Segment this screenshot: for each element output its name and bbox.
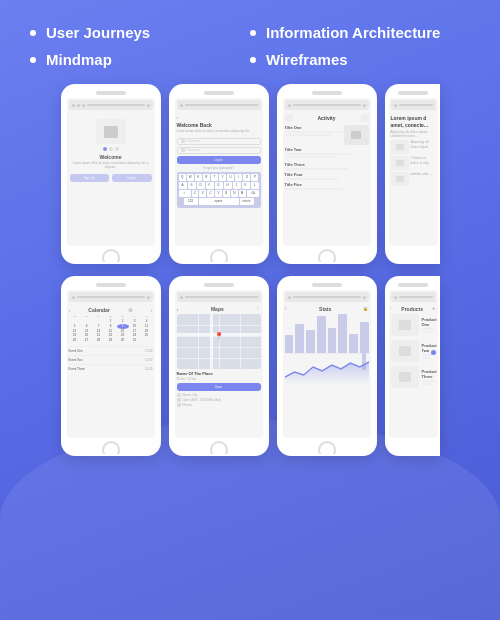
phone-notch [398,91,428,95]
line-chart [285,357,369,385]
photos-icon [177,403,181,407]
phone-stats: ≡ Stats 🔒 [277,276,377,456]
product-info: Product Three [422,369,437,385]
login-subtitle: Lorem ipsum dolor sit amet, consectetur … [177,130,261,134]
map-content: ‹ Maps ⋮ [175,304,263,410]
keyboard-row-1: QWERTYUIOP [179,174,259,181]
partial-content: Lorem ipsum damet, conecte... Adipiscing… [389,112,438,191]
back-button[interactable]: ‹ [177,306,179,312]
map-info-2: Open (8:00 - 20:00 Mon-Sat) [177,398,261,402]
back-button[interactable]: ‹ [391,306,392,312]
phone-notch [312,283,342,287]
activity-item-1: Title One Title Two [285,125,369,159]
welcome-image [96,119,126,144]
welcome-buttons: Sign Up Log In [70,174,152,182]
keyboard-row-3: ⇧ZXCVBNM⌫ [179,190,259,197]
open-button[interactable]: Open [177,383,261,391]
product-info: Product One [422,317,437,333]
header-col-right: Information Architecture Wireframes [250,24,470,68]
title-five: Title Five [285,182,369,187]
stats-menu[interactable]: 🔒 [363,306,368,312]
bar-chart [285,314,369,354]
phone-row-1: Welcome Lorem ipsum dolor sit amet, cons… [6,84,494,264]
user-journeys-label: User Journeys [46,24,150,41]
phone-home-button[interactable] [210,249,228,264]
weekdays: Su Mo Tu We Th Fr Sa [69,315,153,318]
bullet-dot [250,57,256,63]
bar-5 [328,328,337,353]
map-title: Maps [211,306,224,312]
phone-home-button[interactable] [210,441,228,456]
phone-screen-partial: Lorem ipsum damet, conecte... Adipiscing… [389,98,438,246]
filter-icon[interactable]: ⊕ [432,306,435,312]
phone-notch [96,283,126,287]
login-content: ‹ Welcome Back Lorem ipsum dolor sit ame… [175,112,263,210]
product-image [391,340,419,362]
phone-screen-stats: ≡ Stats 🔒 [283,290,371,438]
bullet-dot [30,30,36,36]
phone-detail-partial: Lorem ipsum damet, conecte... Adipiscing… [385,84,440,264]
map-header: ‹ Maps ⋮ [177,306,261,312]
title-four: Title Four [285,172,369,177]
phone-notch [96,91,126,95]
phone-home-button[interactable] [318,441,336,456]
username-field[interactable]: Username [177,138,261,145]
partial-item-1: Adipiscing elitultrice aliquet. [391,140,436,154]
login-submit-button[interactable]: Log In [177,156,261,164]
indicator-dot [431,350,436,355]
bar-2 [295,324,304,353]
welcome-content: Welcome Lorem ipsum dolor sit amet, cons… [67,112,155,185]
activity-item-3: Title Four [285,172,369,180]
wireframes-label: Wireframes [266,51,348,68]
bar-7 [349,334,358,354]
stats-icon: ≡ [285,306,287,312]
event-1: Event One 10:00 [69,346,153,353]
product-image [391,366,419,388]
activity-icon [285,114,293,122]
phone-home-button[interactable] [102,441,120,456]
map-view[interactable]: 📍 [177,314,261,369]
partial-text: Adipiscing elit ultrice aliquet.Ut labor… [391,130,436,138]
event-3: Event Three 14:30 [69,364,153,371]
activity-title: Activity [317,115,335,121]
partial-item-text: adafelis, stafe ... [411,172,433,176]
bullet-mindmap: Mindmap [30,51,250,68]
phone-products-partial: ‹ Products ⊕ Product One [385,276,440,456]
search-icon[interactable]: ⊕ [128,306,133,313]
back-button[interactable]: ‹ [177,114,261,120]
phone-notch [204,283,234,287]
next-month-button[interactable]: › [150,307,152,313]
phone-home-button[interactable] [318,249,336,264]
product-image [391,314,419,336]
location-icon [177,393,181,397]
phone-welcome: Welcome Lorem ipsum dolor sit amet, cons… [61,84,161,264]
password-field[interactable]: Password [177,147,261,154]
partial-title: Lorem ipsum damet, conecte... [391,115,436,128]
keyboard-row-4: 123spacereturn [179,198,259,205]
products-title: Products [401,306,423,312]
activity-item-2: Title Three [285,162,369,170]
keyboard: QWERTYUIOP ASDFGHJKL ⇧ZXCVBNM⌫ 123spacer… [177,172,261,208]
map-menu[interactable]: ⋮ [256,306,260,312]
screen-header [69,100,153,110]
prev-month-button[interactable]: ‹ [69,307,71,313]
activity-image [344,125,369,145]
product-item-1: Product One [391,314,436,336]
product-item-3: Product Three [391,366,436,388]
partial-image [391,172,409,186]
phone-home-button[interactable] [102,249,120,264]
forgot-password[interactable]: Forgot your password? [177,166,261,170]
phones-container: Welcome Lorem ipsum dolor sit amet, cons… [0,84,500,456]
partial-image [391,156,409,170]
stats-header: ≡ Stats 🔒 [285,306,369,312]
bullet-info-arch: Information Architecture [250,24,470,41]
welcome-text: Lorem ipsum dolor sit amet, consectetur … [70,162,152,170]
calendar-content: ‹ Calendar ⊕ › Su Mo Tu We Th Fr Sa [67,304,155,375]
login-button[interactable]: Log In [112,174,152,182]
partial-item-2: Ut labore etdolore ut adip. [391,156,436,170]
activity-menu-icon[interactable] [361,114,369,122]
signup-button[interactable]: Sign Up [70,174,110,182]
activity-content: Activity Title One Title Two [283,112,371,193]
stats-title: Stats [319,306,331,312]
bullet-dot [250,30,256,36]
